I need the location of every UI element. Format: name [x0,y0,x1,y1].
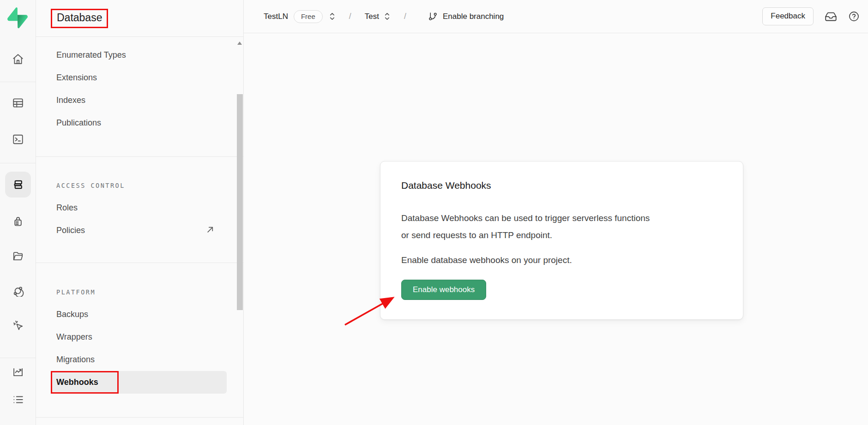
database-icon [12,179,24,191]
help-circle-icon [848,11,860,22]
project-selector-chevrons[interactable] [384,12,391,21]
sidebar-divider [36,156,243,157]
scroll-up-arrow[interactable] [237,42,242,45]
database-webhooks-card: Database Webhooks Database Webhooks can … [380,161,743,320]
sidebar-item-publications[interactable]: Publications [36,112,243,134]
selector-chevrons-icon [329,12,336,21]
sidebar-item-extensions[interactable]: Extensions [36,66,243,89]
inbox-icon [825,10,837,23]
sidebar-item-indexes[interactable]: Indexes [36,89,243,112]
enable-branching-button[interactable]: Enable branching [428,12,504,21]
section-header-access-control: ACCESS CONTROL [36,174,243,197]
breadcrumb-separator: / [404,12,406,21]
rail-divider [0,82,36,82]
storage-folder-icon [12,250,24,262]
rail-item-table-editor[interactable] [12,97,24,109]
card-title: Database Webhooks [401,180,722,191]
sidebar-item-policies[interactable]: Policies [36,219,243,242]
logs-list-icon [12,394,24,406]
rail-item-authentication[interactable] [12,215,24,227]
breadcrumb-separator: / [349,12,351,21]
rail-item-home[interactable] [12,53,24,65]
reports-chart-icon [12,366,24,378]
icon-rail [0,0,36,425]
enable-webhooks-button[interactable]: Enable webhooks [401,280,486,300]
enable-branching-label: Enable branching [443,12,504,21]
external-link-icon [206,226,214,236]
database-sidebar: Database Triggers Enumerated Types Exten… [36,0,244,425]
rail-divider [0,358,36,358]
rail-item-storage[interactable] [12,250,24,262]
org-selector-chevrons[interactable] [329,12,336,21]
sidebar-item-backups[interactable]: Backups [36,303,243,326]
page-title: Database [57,12,102,24]
sidebar-item-roles[interactable]: Roles [36,197,243,219]
help-button[interactable] [848,11,860,22]
breadcrumb-org[interactable]: TestLN [264,12,288,21]
feedback-button[interactable]: Feedback [762,7,814,25]
supabase-logo[interactable] [7,7,28,29]
sidebar-divider [36,263,243,263]
auth-lock-icon [12,215,24,227]
sidebar-header: Database [36,0,243,37]
realtime-cursor-icon [12,319,24,331]
rail-item-edge-functions[interactable] [12,285,24,297]
git-branch-icon [428,12,438,21]
rail-item-sql-editor[interactable] [12,133,24,145]
table-editor-icon [12,97,24,109]
selector-chevrons-icon [384,12,391,21]
main-area: TestLN Free / Test / Enable branching Fe… [244,0,868,425]
sidebar-item-webhooks[interactable]: Webhooks [51,371,227,394]
top-bar-actions: Feedback [762,7,860,25]
content-area: Database Webhooks Database Webhooks can … [244,33,868,425]
sidebar-nav: Triggers Enumerated Types Extensions Ind… [36,37,243,425]
plan-badge[interactable]: Free [294,10,323,23]
app-window: Database Triggers Enumerated Types Exten… [0,0,868,425]
sidebar-item-migrations[interactable]: Migrations [36,348,243,371]
sidebar-item-triggers[interactable]: Triggers [36,37,243,44]
card-description: Database Webhooks can be used to trigger… [401,210,722,244]
section-header-platform: PLATFORM [36,281,243,303]
sql-editor-icon [12,133,24,145]
sidebar-divider [36,417,243,418]
sidebar-item-enumerated-types[interactable]: Enumerated Types [36,44,243,66]
breadcrumb: TestLN Free / Test / Enable branching [264,10,504,23]
sidebar-scrollbar-thumb[interactable] [237,94,243,310]
notifications-button[interactable] [825,10,837,23]
top-bar: TestLN Free / Test / Enable branching Fe… [244,0,868,33]
sidebar-scrollbar [236,37,243,425]
rail-divider [0,163,36,163]
rail-item-realtime[interactable] [12,319,24,331]
rail-item-database[interactable] [5,172,31,198]
annotation-box-database: Database [51,9,108,28]
card-subtext: Enable database webhooks on your project… [401,251,722,269]
sidebar-item-wrappers[interactable]: Wrappers [36,326,243,348]
edge-functions-icon [12,285,24,297]
breadcrumb-project[interactable]: Test [365,12,379,21]
rail-item-logs[interactable] [12,394,24,406]
rail-item-reports[interactable] [12,366,24,378]
home-icon [12,53,24,65]
